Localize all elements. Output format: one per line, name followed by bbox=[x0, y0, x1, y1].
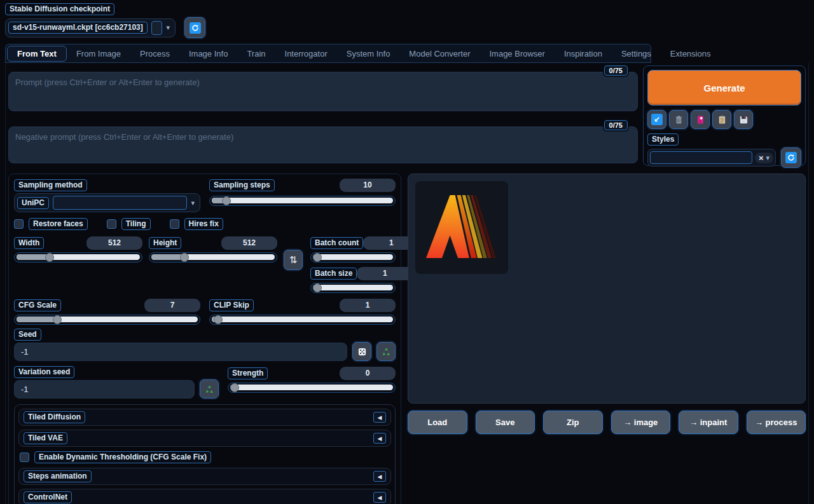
tab-extensions[interactable]: Extensions bbox=[661, 46, 721, 61]
checkpoint-bar: Stable Diffusion checkpoint sd-v15-runwa… bbox=[5, 3, 808, 38]
negative-prompt-input[interactable] bbox=[8, 126, 638, 163]
width-label: Width bbox=[14, 237, 44, 249]
refresh-styles-button[interactable] bbox=[781, 147, 801, 168]
sampling-method-select[interactable]: UniPC ▾ bbox=[14, 193, 200, 212]
chevron-down-icon[interactable]: ▾ bbox=[166, 24, 170, 32]
steps-animation-accordion[interactable]: Steps animation ◀ bbox=[18, 468, 391, 485]
clip-skip-slider[interactable] bbox=[209, 315, 396, 325]
styles-select[interactable]: × ▾ bbox=[647, 149, 776, 167]
tab-inspiration[interactable]: Inspiration bbox=[555, 46, 612, 61]
checkbox-box[interactable] bbox=[14, 219, 24, 229]
send-to-image-button[interactable]: → image bbox=[611, 411, 671, 434]
cfg-scale-label: CFG Scale bbox=[14, 299, 61, 311]
width-slider[interactable] bbox=[14, 252, 142, 262]
extra-networks-card-icon bbox=[696, 115, 705, 125]
checkpoint-filter-input[interactable] bbox=[151, 21, 163, 35]
generate-button[interactable]: Generate bbox=[647, 70, 801, 106]
checkbox-box[interactable] bbox=[107, 219, 116, 229]
height-value[interactable]: 512 bbox=[221, 236, 277, 250]
tab-image-info[interactable]: Image Info bbox=[179, 46, 237, 61]
random-seed-button[interactable] bbox=[352, 342, 371, 361]
cfg-scale-value[interactable]: 7 bbox=[144, 299, 200, 312]
tab-settings[interactable]: Settings bbox=[612, 46, 661, 61]
restore-faces-checkbox[interactable]: Restore faces bbox=[14, 218, 88, 230]
slider-handle[interactable] bbox=[45, 253, 54, 262]
sampling-method-value[interactable]: UniPC bbox=[17, 197, 49, 209]
dynamic-thresholding-checkbox[interactable]: Enable Dynamic Thresholding (CFG Scale F… bbox=[18, 451, 391, 464]
accordion-collapse-icon[interactable]: ◀ bbox=[373, 412, 386, 423]
batch-size-label: Batch size bbox=[310, 268, 357, 280]
slider-handle[interactable] bbox=[214, 315, 223, 324]
save-style-button[interactable] bbox=[734, 110, 753, 129]
seed-input[interactable]: -1 bbox=[14, 343, 347, 361]
checkbox-box[interactable] bbox=[170, 219, 179, 229]
tab-system-info[interactable]: System Info bbox=[337, 46, 400, 61]
slider-handle[interactable] bbox=[230, 383, 239, 392]
sampling-steps-slider[interactable] bbox=[209, 196, 396, 206]
chevron-down-icon[interactable]: ▾ bbox=[191, 199, 195, 207]
tab-interrogator[interactable]: Interrogator bbox=[275, 46, 337, 61]
slider-handle[interactable] bbox=[222, 196, 231, 205]
clip-skip-value[interactable]: 1 bbox=[340, 299, 396, 312]
slider-handle[interactable] bbox=[313, 253, 322, 262]
slider-handle[interactable] bbox=[313, 283, 322, 292]
slider-handle[interactable] bbox=[180, 253, 189, 262]
slider-handle[interactable] bbox=[53, 315, 62, 324]
extra-networks-button[interactable] bbox=[691, 110, 710, 129]
load-button[interactable]: Load bbox=[408, 411, 467, 434]
prompt-container: 0/75 bbox=[8, 72, 638, 111]
send-to-inpaint-button[interactable]: → inpaint bbox=[679, 411, 738, 434]
styles-clear[interactable]: × ▾ bbox=[755, 153, 773, 163]
swap-dimensions-button[interactable]: ⇅ bbox=[284, 250, 303, 270]
clear-prompt-button[interactable] bbox=[669, 110, 688, 129]
tab-process[interactable]: Process bbox=[130, 46, 179, 61]
reuse-seed-button[interactable] bbox=[376, 342, 396, 361]
tab-train[interactable]: Train bbox=[237, 46, 275, 61]
main-tab-bar: From Text From Image Process Image Info … bbox=[5, 44, 651, 63]
prompt-tools: ↙ bbox=[647, 110, 801, 129]
controlnet-accordion[interactable]: ControlNet ◀ bbox=[18, 489, 391, 504]
sampling-steps-value[interactable]: 10 bbox=[340, 179, 396, 192]
reuse-variation-seed-button[interactable] bbox=[200, 379, 219, 398]
refresh-checkpoints-button[interactable] bbox=[184, 17, 205, 38]
tiled-vae-accordion[interactable]: Tiled VAE ◀ bbox=[18, 430, 391, 447]
strength-value[interactable]: 0 bbox=[340, 367, 396, 380]
batch-size-value[interactable]: 1 bbox=[357, 267, 413, 280]
batch-size-slider[interactable] bbox=[310, 283, 396, 293]
paste-params-button[interactable]: ↙ bbox=[647, 110, 666, 129]
batch-count-slider[interactable] bbox=[310, 252, 396, 262]
accordion-collapse-icon[interactable]: ◀ bbox=[373, 471, 386, 482]
sampling-method-input[interactable] bbox=[53, 196, 187, 210]
zip-button[interactable]: Zip bbox=[543, 411, 603, 434]
accordion-collapse-icon[interactable]: ◀ bbox=[373, 492, 386, 503]
save-button[interactable]: Save bbox=[476, 411, 535, 434]
tiling-checkbox[interactable]: Tiling bbox=[107, 218, 151, 230]
clear-x-icon[interactable]: × bbox=[759, 153, 764, 163]
tab-model-converter[interactable]: Model Converter bbox=[399, 46, 479, 61]
accordion-collapse-icon[interactable]: ◀ bbox=[373, 433, 386, 444]
restore-faces-label: Restore faces bbox=[29, 218, 88, 230]
tab-from-text[interactable]: From Text bbox=[7, 46, 67, 62]
checkpoint-select[interactable]: sd-v15-runwayml.ckpt [cc6cb27103] ▾ bbox=[5, 18, 176, 37]
prompt-input[interactable] bbox=[8, 72, 638, 111]
styles-input[interactable] bbox=[650, 151, 752, 164]
cfg-scale-slider[interactable] bbox=[14, 315, 200, 325]
checkbox-box[interactable] bbox=[20, 453, 29, 462]
hires-fix-checkbox[interactable]: Hires fix bbox=[170, 218, 223, 230]
apply-style-button[interactable] bbox=[712, 110, 731, 129]
tiled-diffusion-accordion[interactable]: Tiled Diffusion ◀ bbox=[18, 409, 391, 426]
app-logo bbox=[415, 181, 508, 274]
refresh-icon bbox=[785, 152, 797, 163]
strength-slider[interactable] bbox=[228, 383, 396, 393]
send-to-process-button[interactable]: → process bbox=[747, 411, 806, 434]
width-value[interactable]: 512 bbox=[86, 236, 142, 250]
height-slider[interactable] bbox=[149, 252, 277, 262]
settings-column: Sampling method UniPC ▾ Sampling steps 1… bbox=[8, 174, 401, 504]
variation-seed-input[interactable]: -1 bbox=[14, 380, 195, 398]
checkpoint-value[interactable]: sd-v15-runwayml.ckpt [cc6cb27103] bbox=[8, 22, 148, 34]
chevron-down-icon[interactable]: ▾ bbox=[766, 154, 769, 162]
extensions-group: Tiled Diffusion ◀ Tiled VAE ◀ Enable Dyn… bbox=[14, 404, 396, 504]
tab-from-image[interactable]: From Image bbox=[67, 46, 130, 61]
tab-image-browser[interactable]: Image Browser bbox=[479, 46, 554, 61]
slider-track bbox=[212, 198, 393, 203]
